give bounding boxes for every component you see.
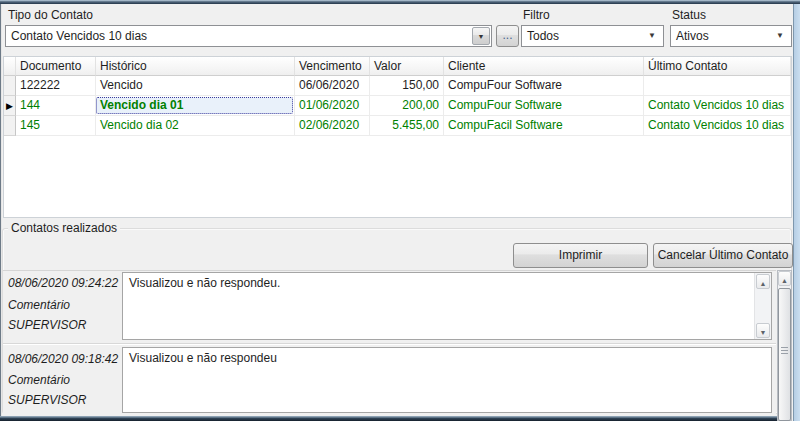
cell-historico[interactable]: Vencido: [96, 76, 295, 96]
status-value: Ativos: [676, 26, 709, 46]
status-combobox[interactable]: Ativos ▼: [670, 25, 792, 47]
column-header-cliente[interactable]: Cliente: [444, 57, 644, 76]
focused-cell[interactable]: Vencido dia 01: [96, 97, 293, 114]
filtro-label: Filtro: [523, 8, 550, 22]
scroll-up-button[interactable]: ▲: [778, 271, 791, 286]
column-header-ultimo-contato[interactable]: Último Contato: [644, 57, 791, 76]
column-header-documento[interactable]: Documento: [16, 57, 96, 76]
scroll-down-icon: ▼: [760, 329, 767, 336]
row-selector-cell[interactable]: ▶: [4, 96, 16, 116]
scrollbar-grip-icon: [781, 347, 788, 356]
table-row[interactable]: ▶ 144 Vencido dia 01 01/06/2020 200,00 C…: [4, 96, 791, 116]
status-label: Status: [672, 8, 706, 22]
window-right-edge: [793, 4, 800, 421]
cell-documento[interactable]: 145: [16, 116, 96, 136]
contact-user: SUPERVISOR: [8, 318, 86, 332]
row-selector-cell[interactable]: [4, 116, 16, 136]
groupbox-legend: Contatos realizados: [8, 221, 120, 235]
cell-vencimento[interactable]: 02/06/2020: [295, 116, 370, 136]
contact-memo[interactable]: Visualizou e não respondeu. ▲ ▼: [122, 272, 772, 340]
tipo-contato-label: Tipo do Contato: [8, 8, 93, 22]
chevron-down-icon: ▼: [776, 32, 784, 40]
cell-ultimo-contato[interactable]: [644, 76, 791, 96]
browse-button[interactable]: ...: [496, 25, 519, 47]
contact-memo-text: Visualizou e não respondeu: [129, 351, 751, 366]
chevron-down-icon: ▼: [478, 33, 485, 40]
scrollbar-thumb[interactable]: [778, 288, 791, 421]
cell-cliente[interactable]: CompuFour Software: [444, 96, 644, 116]
scroll-up-icon: ▲: [781, 277, 788, 284]
cell-ultimo-contato[interactable]: Contato Vencidos 10 dias: [644, 96, 791, 116]
cell-documento[interactable]: 144: [16, 96, 96, 116]
chevron-down-icon: ▼: [648, 32, 656, 40]
tipo-contato-dropdown-button[interactable]: ▼: [472, 27, 490, 45]
current-row-icon: ▶: [6, 101, 13, 111]
cell-valor[interactable]: 150,00: [370, 76, 444, 96]
contact-timestamp: 08/06/2020 09:24:22: [8, 276, 118, 290]
cell-cliente[interactable]: CompuFacil Software: [444, 116, 644, 136]
cancelar-ultimo-contato-button[interactable]: Cancelar Último Contato: [653, 243, 793, 268]
filtro-value: Todos: [527, 26, 559, 46]
table-row[interactable]: 145 Vencido dia 02 02/06/2020 5.455,00 C…: [4, 116, 791, 136]
grid-header-row: Documento Histórico Vencimento Valor Cli…: [4, 57, 791, 76]
cell-valor[interactable]: 5.455,00: [370, 116, 444, 136]
filtro-combobox[interactable]: Todos ▼: [521, 25, 664, 47]
column-header-vencimento[interactable]: Vencimento: [295, 57, 370, 76]
cell-cliente[interactable]: CompuFour Software: [444, 76, 644, 96]
cell-historico[interactable]: Vencido dia 02: [96, 116, 295, 136]
contacts-scrollbar[interactable]: ▲: [777, 270, 792, 421]
cell-ultimo-contato[interactable]: Contato Vencidos 10 dias: [644, 116, 791, 136]
tipo-contato-combobox[interactable]: Contato Vencidos 10 dias ▼: [5, 25, 492, 47]
contact-type: Comentário: [8, 373, 70, 387]
cell-vencimento[interactable]: 06/06/2020: [295, 76, 370, 96]
window-bottom-edge: [0, 416, 777, 421]
cell-historico[interactable]: Vencido dia 01: [96, 96, 295, 116]
contact-memo-text: Visualizou e não respondeu.: [129, 276, 751, 291]
table-row[interactable]: 122222 Vencido 06/06/2020 150,00 CompuFo…: [4, 76, 791, 96]
contact-memo[interactable]: Visualizou e não respondeu: [122, 347, 772, 413]
scroll-up-button[interactable]: ▲: [756, 274, 770, 289]
cell-valor[interactable]: 200,00: [370, 96, 444, 116]
contact-user: SUPERVISOR: [8, 393, 86, 407]
contact-type: Comentário: [8, 298, 70, 312]
memo-scrollbar[interactable]: ▲ ▼: [754, 273, 771, 339]
scroll-up-icon: ▲: [760, 280, 767, 287]
column-header-historico[interactable]: Histórico: [96, 57, 295, 76]
cell-vencimento[interactable]: 01/06/2020: [295, 96, 370, 116]
column-header-selector: [4, 57, 16, 76]
scroll-down-button[interactable]: ▼: [756, 323, 770, 338]
cell-documento[interactable]: 122222: [16, 76, 96, 96]
entry-divider: [3, 343, 776, 345]
contact-timestamp: 08/06/2020 09:18:42: [8, 352, 118, 366]
column-header-valor[interactable]: Valor: [370, 57, 444, 76]
imprimir-button[interactable]: Imprimir: [513, 243, 648, 268]
records-grid[interactable]: Documento Histórico Vencimento Valor Cli…: [3, 56, 792, 218]
tipo-contato-value: Contato Vencidos 10 dias: [11, 26, 147, 46]
row-selector-cell[interactable]: [4, 76, 16, 96]
window-top-edge: [0, 0, 800, 4]
